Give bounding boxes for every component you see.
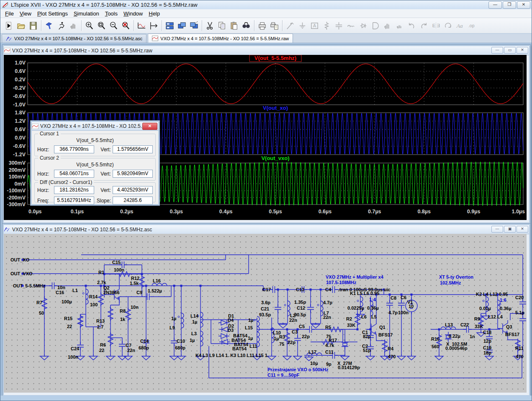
wire-icon[interactable] (284, 19, 296, 32)
close-button[interactable]: ✕ (517, 1, 530, 9)
schematic-label: C10 (177, 339, 185, 344)
print-preview-icon[interactable] (268, 19, 280, 32)
schematic-label: L11 (249, 344, 257, 349)
zoom-out-icon[interactable] (108, 19, 120, 32)
tile-horizontal-icon[interactable] (164, 19, 176, 32)
inductor-icon[interactable] (345, 19, 357, 32)
cursor2-horz-value[interactable]: 548.06071ns (54, 170, 94, 178)
schematic-label: R13 (96, 318, 105, 323)
zoom-box-icon[interactable] (95, 19, 108, 32)
cursor-dialog-close-button[interactable]: ✕ (142, 123, 157, 130)
cursor2-group: Cursor 2 V(out_5-5.5mhz) Horz: 548.06071… (34, 158, 156, 181)
undo-icon[interactable] (406, 19, 418, 32)
svg-text:0.7µs: 0.7µs (368, 209, 381, 215)
svg-text:0.9µs: 0.9µs (467, 209, 481, 215)
schematic-label: 470 (516, 354, 523, 359)
save-icon[interactable] (27, 19, 39, 32)
minimize-button[interactable]: — (488, 1, 502, 9)
tab-label: VXO 27MHz x 4 = 107.5-108MHz - XO 102.56… (160, 36, 289, 41)
schematic-label: L16 (153, 278, 161, 283)
diff-freq-value[interactable]: 5.5162791MHz (54, 197, 94, 204)
capacitor-icon[interactable] (333, 19, 345, 32)
rotate-icon[interactable] (442, 19, 454, 32)
cursor-dialog-titlebar: VXO 27MHz x 4 = 107.5-108MHz - XO 102.5.… (32, 122, 158, 131)
copy-icon[interactable] (216, 19, 228, 32)
schematic-label: 1.5k (130, 281, 139, 286)
diff-slope-value[interactable]: 24285.6 (113, 197, 153, 204)
redo-icon[interactable] (418, 19, 430, 32)
cursor1-vert-value[interactable]: 1.5795656mV (113, 145, 153, 153)
schem-close-button[interactable]: ✕ (517, 226, 528, 233)
cursor-dialog-title: VXO 27MHz x 4 = 107.5-108MHz - XO 102.5.… (40, 123, 145, 129)
halt-icon[interactable] (55, 19, 67, 32)
schem-minimize-button[interactable]: — (491, 226, 503, 233)
plot-maximize-button[interactable]: ▭ (504, 47, 516, 54)
ground-icon[interactable] (296, 19, 308, 32)
diff-horz-value[interactable]: 181.28162ns (54, 186, 94, 194)
svg-text:100mV: 100mV (9, 174, 26, 180)
svg-text:-100mV: -100mV (7, 188, 26, 194)
schematic-label: BAT54 (232, 346, 247, 351)
cursor2-vert-value[interactable]: 5.9820949mV (113, 170, 153, 178)
schematic-label: L9 (170, 325, 175, 330)
toolbar-separator (254, 20, 254, 31)
menu-tools[interactable]: Tools (102, 10, 121, 18)
autorange-icon[interactable] (136, 19, 148, 32)
schematic-tab-icon (6, 36, 12, 41)
component-icon[interactable] (369, 19, 381, 32)
schematic-label: 0.014129p (338, 365, 360, 370)
schematic-label: R11 (515, 346, 524, 351)
diode-icon[interactable] (357, 19, 369, 32)
menu-window[interactable]: Window (121, 10, 146, 18)
tab-schematic[interactable]: VXO 27MHz x 4 = 107.5-108MHz - XO 102.56… (2, 34, 146, 43)
schematic-label: C12 (297, 305, 305, 310)
menu-plot-settings[interactable]: Plot Settings (34, 10, 71, 18)
mirror-icon[interactable]: EƎ (430, 19, 442, 32)
schematic-label: 4.7p (323, 300, 332, 305)
tab-waveform[interactable]: VXO 27MHz x 4 = 107.5-108MHz - XO 102.56… (148, 34, 293, 43)
schematic-label: L14 (190, 313, 198, 318)
paste-icon[interactable] (228, 19, 240, 32)
move-hand-icon[interactable] (381, 19, 393, 32)
schematic-label: C18 (483, 330, 491, 335)
print-icon[interactable] (256, 19, 268, 32)
menu-file[interactable]: File (2, 10, 17, 18)
plot-minimize-button[interactable]: — (491, 47, 503, 54)
plot-limits-icon[interactable] (148, 19, 160, 32)
resistor-icon[interactable] (321, 19, 333, 32)
text-icon[interactable]: Aa (454, 19, 466, 32)
cursor1-horz-value[interactable]: 366.77909ns (54, 145, 94, 153)
restore-button[interactable]: ❐ (503, 1, 516, 9)
pause-hand-icon[interactable] (67, 19, 80, 32)
schematic-label: 3.6p (261, 300, 270, 305)
svg-text:.op: .op (468, 23, 475, 28)
menu-simulation[interactable]: Simulation (71, 10, 102, 18)
diff-horz-label: Horz: (37, 187, 52, 193)
menu-help[interactable]: Help (146, 10, 163, 18)
schematic-window-titlebar: VXO 27MHz x 4 = 107.5-108MHz - XO 102.56… (4, 225, 529, 234)
cursor-dialog[interactable]: VXO 27MHz x 4 = 107.5-108MHz - XO 102.5.… (31, 121, 159, 205)
diff-vert-value[interactable]: 4.4025293mV (113, 186, 153, 194)
schematic-label: L15 (245, 325, 253, 330)
control-panel-icon[interactable] (43, 19, 55, 32)
tab-label: VXO 27MHz x 4 = 107.5-108MHz - XO 102.56… (14, 36, 142, 41)
plot-close-button[interactable]: ✕ (517, 47, 528, 54)
zoom-in-icon[interactable] (83, 19, 95, 32)
schem-maximize-button[interactable]: ▣ (504, 226, 516, 233)
label-icon[interactable]: A (308, 19, 321, 32)
zoom-full-icon[interactable] (120, 19, 132, 32)
cascade-icon[interactable] (176, 19, 188, 32)
spice-directive-icon[interactable]: .op (466, 19, 478, 32)
open-icon[interactable] (15, 19, 27, 32)
schematic-label: 1k (120, 317, 125, 322)
schematic-label: 1.35p (294, 300, 306, 305)
cut-icon[interactable] (204, 19, 216, 32)
drag-hand-icon[interactable] (393, 19, 406, 32)
run-icon[interactable] (3, 19, 15, 32)
schematic-canvas[interactable]: OUT_XOOUT_VXOOUT_5-5.5MHz10nC16L1100µR75… (4, 234, 527, 393)
menu-view[interactable]: View (17, 10, 34, 18)
find-icon[interactable] (240, 19, 252, 32)
schematic-label: K1 L5 L6 0.95 (350, 291, 379, 296)
schematic-label: C20 (515, 295, 524, 300)
cascade-back-icon[interactable] (188, 19, 200, 32)
